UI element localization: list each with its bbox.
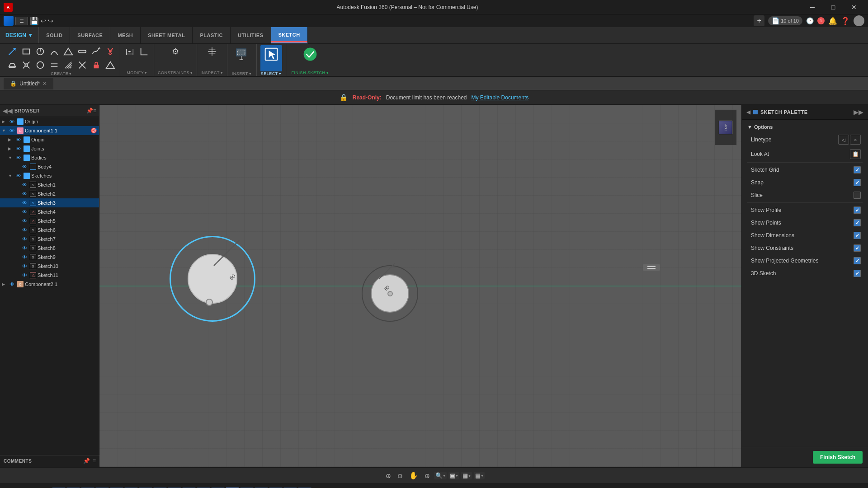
help-button[interactable]: ❓ [841,17,850,25]
sketchgrid-checkbox[interactable]: ✓ [854,166,861,174]
palette-row-sketchgrid[interactable]: Sketch Grid ✓ [742,164,868,176]
tab-utilities[interactable]: UTILITIES [231,27,271,43]
tree-item-sketch7[interactable]: 👁 S Sketch7 [0,235,99,244]
showpoints-checkbox[interactable]: ✓ [854,219,861,226]
tab-solid[interactable]: SOLID [39,27,70,43]
showprofile-checkbox[interactable]: ✓ [854,206,861,214]
window-controls[interactable]: ─ □ ✕ [802,0,864,14]
tree-item-sketch9[interactable]: 👁 S Sketch9 [0,253,99,262]
tree-item-bodies[interactable]: ▼ 👁 Bodies [0,153,99,162]
tab-plastic[interactable]: PLASTIC [193,27,231,43]
circle-tool[interactable] [33,45,47,58]
insert-label[interactable]: INSERT▾ [232,71,251,76]
finish-sketch-ribbon-btn[interactable] [299,45,321,70]
tree-item-sketch10[interactable]: 👁 S Sketch10 [0,262,99,271]
select-label[interactable]: SELECT▾ [261,71,282,76]
fillet-tool[interactable] [137,45,151,58]
palette-collapse-btn[interactable]: ◀ [746,109,750,115]
close-button[interactable]: ✕ [844,0,864,14]
palette-row-showconstraints[interactable]: Show Constraints ✓ [742,242,868,254]
3dsketch-checkbox[interactable]: ✓ [854,270,861,277]
tab-sheet-metal[interactable]: SHEET METAL [141,27,193,43]
showprojected-checkbox[interactable]: ✓ [854,257,861,264]
document-tab[interactable]: 🔒 Untitled* ✕ [4,78,53,89]
showdimensions-checkbox[interactable]: ✓ [854,232,861,239]
rectangle-tool[interactable] [19,45,33,58]
lock-tool[interactable] [90,59,103,71]
orientation-cube[interactable]: TOP [714,109,737,145]
look-btn[interactable]: ⊙ [395,471,405,481]
browser-collapse-btn[interactable]: ◀◀ [3,107,13,114]
palette-row-slice[interactable]: Slice [742,189,868,202]
modify-label[interactable]: MODIFY▾ [127,70,147,75]
triangle2-tool[interactable] [104,59,117,71]
offset-tool[interactable] [5,59,19,71]
file-button[interactable]: ☰ [15,17,28,25]
browser-pin-btn[interactable]: 📌 [86,108,93,114]
palette-row-snap[interactable]: Snap ✓ [742,176,868,189]
insert-btn[interactable] [231,45,253,71]
tree-item-sketch1[interactable]: 👁 S Sketch1 [0,180,99,189]
tab-surface[interactable]: SURFACE [70,27,110,43]
palette-expand-btn[interactable]: ▶▶ [854,108,863,116]
tree-item-sketch3[interactable]: 👁 S Sketch3 [0,198,99,207]
zoom-dropdown[interactable]: 🔍 [435,472,443,479]
finish-sketch-palette-btn[interactable]: Finish Sketch [813,451,863,464]
minimize-button[interactable]: ─ [802,0,823,14]
tree-item-sketch8[interactable]: 👁 S Sketch8 [0,244,99,253]
drag-indicator[interactable] [643,264,660,271]
spline-tool[interactable] [90,45,103,58]
zoom-fit-btn[interactable]: ⊕ [422,471,432,481]
create-label[interactable]: CREATE▾ [51,71,71,76]
tree-item-sketch6[interactable]: 👁 S Sketch6 [0,225,99,235]
circle2-tool[interactable] [33,59,47,71]
tree-item-sketch5[interactable]: 👁 ⚠ Sketch5 [0,216,99,225]
dimension-tool[interactable]: ↔ [123,45,137,58]
comments-menu-btn[interactable]: ≡ [93,458,96,464]
lookat-btn[interactable]: 📋 [850,149,861,159]
component-target-icon[interactable]: 🎯 [90,127,97,134]
linetype-btn2[interactable]: ○ [850,135,861,145]
tab-mesh[interactable]: MESH [110,27,141,43]
orbit-btn[interactable]: ⊕ [383,471,393,481]
maximize-button[interactable]: □ [823,0,844,14]
tree-item-component2[interactable]: ▶ 👁 C Component2:1 [0,280,99,289]
rect2-tool[interactable] [75,45,89,58]
palette-row-showprofile[interactable]: Show Profile ✓ [742,204,868,216]
tree-item-component1[interactable]: ▼ 👁 C Component1:1 🎯 [0,126,99,135]
trim-tool[interactable] [19,59,33,71]
tree-item-sketch4[interactable]: 👁 ⚠ Sketch4 [0,207,99,216]
palette-row-showpoints[interactable]: Show Points ✓ [742,216,868,229]
redo-button[interactable]: ↪ [48,17,53,24]
constraints-label[interactable]: CONSTRAINTS▾ [158,70,193,75]
equal-tool[interactable] [47,59,61,71]
view-cube-btn[interactable]: ▣ [450,472,455,479]
constraint-btn[interactable]: ⚙ [169,45,182,58]
polygon-tool[interactable] [61,45,75,58]
finish-sketch-label[interactable]: FINISH SKETCH▾ [292,70,329,75]
showconstraints-checkbox[interactable]: ✓ [854,244,861,252]
tree-item-origin-root[interactable]: ▶ 👁 Origin [0,117,99,126]
comments-pin-btn[interactable]: 📌 [83,458,90,464]
palette-options-header[interactable]: ▼ Options [742,122,868,132]
palette-row-showdimensions[interactable]: Show Dimensions ✓ [742,229,868,242]
grid-btn[interactable]: ▤ [475,472,481,479]
pan-btn[interactable]: ✋ [407,470,420,481]
save-button[interactable]: 💾 [30,17,39,25]
arc-tool[interactable] [47,45,61,58]
cross-tool[interactable] [75,59,89,71]
tree-item-origin1[interactable]: ▶ 👁 Origin [0,135,99,144]
design-dropdown[interactable]: DESIGN ▼ [0,27,39,43]
slice-checkbox[interactable] [854,192,861,199]
viewport[interactable]: 60 60 TOP [99,105,741,467]
hatch-tool[interactable] [61,59,75,71]
inspect-label[interactable]: INSPECT▾ [201,70,223,75]
tree-item-sketches[interactable]: ▼ 👁 Sketches [0,171,99,180]
conic-tool[interactable] [104,45,117,58]
palette-row-3dsketch[interactable]: 3D Sketch ✓ [742,267,868,280]
tree-item-joints[interactable]: ▶ 👁 Joints [0,144,99,153]
tree-item-sketch2[interactable]: 👁 S Sketch2 [0,189,99,198]
tree-item-sketch11[interactable]: 👁 ⚠ Sketch11 [0,271,99,280]
user-avatar[interactable] [854,15,864,26]
palette-row-showprojected[interactable]: Show Projected Geometries ✓ [742,254,868,267]
